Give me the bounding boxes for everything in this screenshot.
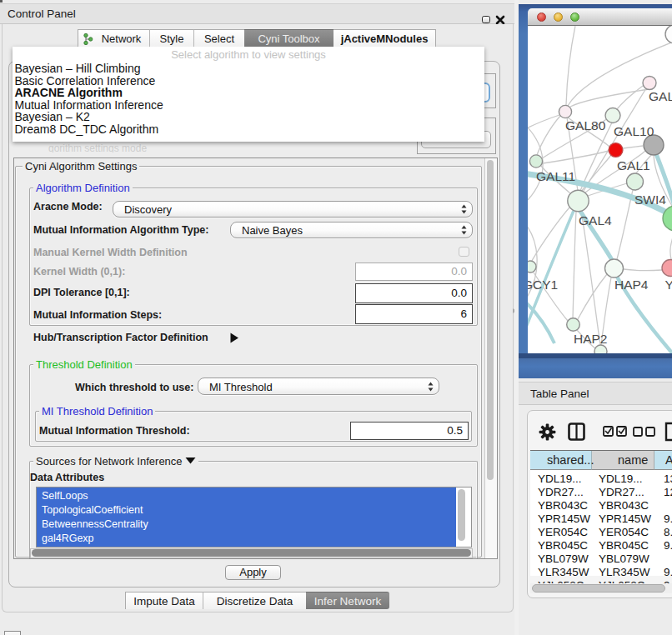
svg-text:HAP2: HAP2: [574, 332, 608, 346]
svg-text:GAL10: GAL10: [614, 124, 654, 138]
svg-text:GAL80: GAL80: [565, 118, 606, 132]
svg-text:SWI4: SWI4: [634, 192, 666, 207]
svg-text:GAL1: GAL1: [617, 158, 650, 172]
svg-text:GAL8: GAL8: [649, 89, 672, 103]
svg-text:YEL0: YEL0: [665, 278, 672, 292]
svg-text:HAP4: HAP4: [614, 278, 649, 292]
svg-text:GCY1: GCY1: [528, 278, 558, 292]
svg-text:GAL4: GAL4: [579, 213, 612, 228]
svg-text:GAL11: GAL11: [536, 169, 575, 183]
